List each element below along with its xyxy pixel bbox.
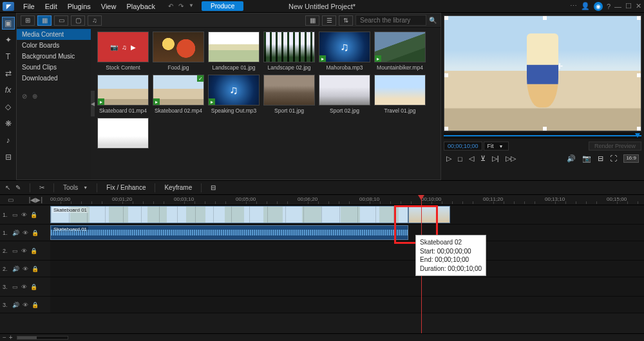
search-input[interactable] xyxy=(355,15,426,26)
transition-room-icon[interactable]: ⇄ xyxy=(2,67,15,80)
help-icon[interactable]: ? xyxy=(607,3,611,10)
media-thumb[interactable]: ▸Mountainbiker.mp4 xyxy=(374,32,426,71)
media-thumb[interactable]: ♫▸Speaking Out.mp3 xyxy=(208,75,260,114)
volume-icon[interactable]: 🔊 xyxy=(567,154,576,163)
sort-icon[interactable]: ⇅ xyxy=(339,15,353,26)
sidebar-item-sound-clips[interactable]: Sound Clips xyxy=(17,62,91,73)
prev-frame-icon[interactable]: ◁ xyxy=(469,154,474,163)
settings-icon[interactable]: ⊟ xyxy=(598,154,603,163)
track-header-audio-1[interactable]: 1. 🔊👁🔒 xyxy=(0,225,50,241)
view-large-icon[interactable]: ▦ xyxy=(305,15,319,26)
more-tools-icon[interactable]: ⊟ xyxy=(211,184,216,191)
audio-track-3[interactable] xyxy=(50,297,644,313)
menu-view[interactable]: View xyxy=(96,3,122,10)
menu-plugins[interactable]: Plugins xyxy=(62,3,96,10)
menu-edit[interactable]: Edit xyxy=(40,3,62,10)
video-clip[interactable]: Skateboard 01 xyxy=(50,206,408,223)
dropdown-icon[interactable]: ▼ xyxy=(189,3,194,10)
fast-forward-icon[interactable]: ▷▷ xyxy=(506,154,516,163)
tag-icon[interactable]: ⊘ xyxy=(22,93,27,100)
media-thumb[interactable]: Sport 02.jpg xyxy=(319,75,370,114)
timecode-display[interactable]: 00;00;10;00 xyxy=(444,142,482,151)
media-thumb[interactable]: Travel 01.jpg xyxy=(374,75,426,114)
track-collapse-icon[interactable]: |◀▶| xyxy=(29,196,43,203)
undo-icon[interactable]: ↶ xyxy=(168,3,173,10)
media-thumb[interactable]: ♫▸Mahoroba.mp3 xyxy=(319,32,370,71)
track-header-audio-3[interactable]: 3. 🔊👁🔒 xyxy=(0,297,50,313)
timeline-ruler[interactable]: 00;00;0000;01;2000;03;1000;05;0000;06;20… xyxy=(50,195,644,205)
fullscreen-icon[interactable]: ⛶ xyxy=(610,154,617,163)
track-header-video-2[interactable]: 2. ▭👁🔒 xyxy=(0,241,50,261)
next-frame-icon[interactable]: ▷| xyxy=(492,154,499,163)
lock-icon[interactable]: 🔒 xyxy=(32,302,39,308)
text-room-icon[interactable]: T xyxy=(2,50,15,63)
sidebar-item-media-content[interactable]: Media Content xyxy=(17,29,91,40)
close-icon[interactable]: ✕ xyxy=(636,2,641,10)
filter-audio-icon[interactable]: ♫ xyxy=(88,15,102,26)
zoom-fit-select[interactable]: Fit▼ xyxy=(484,142,509,151)
play-icon[interactable]: ▷ xyxy=(446,154,451,163)
menu-file[interactable]: File xyxy=(18,3,40,10)
collapse-sidebar-icon[interactable]: ◀ xyxy=(91,91,95,116)
media-thumb[interactable] xyxy=(97,118,149,151)
media-thumb[interactable]: 📷♫▶Stock Content xyxy=(97,32,149,71)
visibility-icon[interactable]: 👁 xyxy=(21,212,27,218)
lock-icon[interactable]: 🔒 xyxy=(30,212,37,218)
tag-add-icon[interactable]: ⊕ xyxy=(32,93,37,100)
sidebar-item-background-music[interactable]: Background Music xyxy=(17,51,91,62)
video-track-3[interactable] xyxy=(50,277,644,297)
selection-tool-icon[interactable]: ↖ xyxy=(5,184,10,191)
particle-room-icon[interactable]: ❋ xyxy=(2,117,15,130)
fx-room-icon[interactable]: fx xyxy=(2,84,15,97)
view-list-icon[interactable]: ☰ xyxy=(322,15,336,26)
media-thumb[interactable]: ▸Skateboard 01.mp4 xyxy=(97,75,149,114)
video-track-1[interactable]: Skateboard 01 xyxy=(50,205,644,225)
search-icon[interactable]: 🔍 xyxy=(429,17,437,24)
minimize-icon[interactable]: — xyxy=(614,3,621,10)
media-thumb[interactable]: Sport 01.jpg xyxy=(263,75,315,114)
import-icon[interactable]: ⊞ xyxy=(21,15,35,26)
split-icon[interactable]: ✂ xyxy=(39,184,44,191)
preview-viewport[interactable]: ✛ xyxy=(444,15,641,131)
lock-icon[interactable]: 🔒 xyxy=(30,284,37,290)
audio-clip[interactable]: Skateboard 01 xyxy=(50,225,408,240)
timeline-scrollbar[interactable] xyxy=(17,336,68,340)
media-thumb[interactable]: Landscape 02.jpg xyxy=(263,32,315,71)
sidebar-item-color-boards[interactable]: Color Boards xyxy=(17,40,91,51)
lock-icon[interactable]: 🔒 xyxy=(30,248,37,254)
keyframe-button[interactable]: Keyframe xyxy=(164,184,192,191)
media-thumb[interactable]: Food.jpg xyxy=(153,32,204,71)
audio-track-1[interactable]: Skateboard 01 xyxy=(50,225,644,241)
stop-icon[interactable]: □ xyxy=(458,155,462,163)
audio-track-2[interactable] xyxy=(50,261,644,277)
visibility-icon[interactable]: 👁 xyxy=(21,248,27,254)
media-thumb[interactable]: Landscape 01.jpg xyxy=(208,32,260,71)
visibility-icon[interactable]: 👁 xyxy=(21,284,27,290)
fix-enhance-button[interactable]: Fix / Enhance xyxy=(106,184,146,191)
sidebar-item-downloaded[interactable]: Downloaded xyxy=(17,73,91,84)
subtitle-room-icon[interactable]: ⊟ xyxy=(2,151,15,163)
video-track-2[interactable] xyxy=(50,241,644,261)
visibility-icon[interactable]: 👁 xyxy=(23,230,28,236)
snapshot-icon[interactable]: 📷 xyxy=(582,154,591,163)
filter-media-icon[interactable]: ▦ xyxy=(37,15,52,26)
tools-menu[interactable]: Tools xyxy=(63,184,78,191)
media-room-icon[interactable]: ▣ xyxy=(2,17,15,30)
visibility-icon[interactable]: 👁 xyxy=(23,302,28,308)
app-logo[interactable]: ◤ xyxy=(3,2,14,11)
media-thumb[interactable]: ▸✓Skateboard 02.mp4 xyxy=(153,75,204,114)
lock-icon[interactable]: 🔒 xyxy=(32,230,39,236)
track-header-video-1[interactable]: 1. ▭👁🔒 xyxy=(0,205,50,225)
pen-tool-icon[interactable]: ✎ xyxy=(15,184,21,191)
filter-video-icon[interactable]: ▭ xyxy=(54,15,68,26)
zoom-out-icon[interactable]: − xyxy=(3,334,6,341)
maximize-icon[interactable]: ☐ xyxy=(625,2,632,10)
menu-playback[interactable]: Playback xyxy=(121,3,160,10)
redo-icon[interactable]: ↷ xyxy=(178,3,184,10)
visibility-icon[interactable]: 👁 xyxy=(23,266,28,272)
track-header-audio-2[interactable]: 2. 🔊👁🔒 xyxy=(0,261,50,277)
lock-icon[interactable]: 🔒 xyxy=(32,266,39,272)
preview-scrubber[interactable] xyxy=(444,133,641,139)
account-icon[interactable]: 👤 xyxy=(581,2,590,10)
track-view-icon[interactable]: ▭ xyxy=(8,196,14,203)
